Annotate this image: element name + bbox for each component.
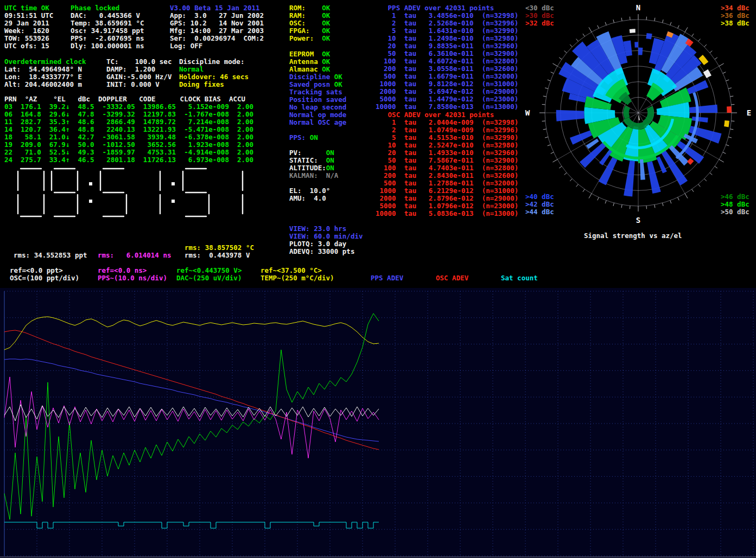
- scale-dac-line: ref~<0.443750 V>: [176, 267, 242, 274]
- text-span: Temp: 38.659691 °C: [71, 19, 144, 27]
- legend-signal-green-line: >50 dBc: [721, 208, 749, 216]
- sat-table-line: 11 282.7 35.3↑ 48.6 2866.49 14789.72 7.2…: [4, 118, 253, 126]
- text-span: 03 176.1 39.2↓ 48.5 -3332.05 13986.65 5.…: [4, 102, 253, 111]
- view-settings: VIEW: 23.0 hrsVIEW: 60.0 min/divPLOTQ: 3…: [289, 225, 363, 255]
- text-span: STATIC:: [289, 156, 326, 164]
- text-span: ROM:: [289, 4, 322, 12]
- text-span: Phase locked: [71, 4, 119, 12]
- osc-adev-table-line: 200 tau 2.8430e-011 (n=32600): [376, 172, 518, 179]
- text-span: Ser: 0.00296974 COM:2: [170, 34, 264, 42]
- phase-status-line: DAC: 0.445366 V: [71, 12, 144, 20]
- text-span: 06 164.8 29.6↓ 47.8 -3299.32 12197.83 -1…: [4, 110, 253, 118]
- text-span: Week: 1620: [4, 27, 49, 35]
- text-span: 24 275.7 33.4↑ 46.5 2801.18 11726.13 6.9…: [4, 156, 253, 164]
- view-settings-line: VIEW: 23.0 hrs: [289, 225, 363, 233]
- text-span: Signal strength vs az/el: [584, 232, 682, 240]
- text-span: 1000 tau 6.2129e-012 (n=31000): [376, 187, 518, 195]
- text-span: 10 tau 1.2498e-010 (n=32980): [376, 34, 518, 42]
- text-span: >30 dBc: [525, 11, 554, 20]
- legend-signal-low-line: <30 dBc: [525, 4, 554, 12]
- text-span: ref~<37.500 °C>: [261, 266, 322, 274]
- pps-adev-table-line: 2 tau 2.5268e-010 (n=32996): [376, 20, 518, 27]
- text-span: 200 tau 2.8430e-011 (n=32600): [376, 171, 518, 179]
- text-span: 09:51:51 UTC: [4, 11, 53, 20]
- text-span: 5000 tau 1.4479e-012 (n=23000): [376, 95, 518, 103]
- rms-temp: rms: 38.857502 °C: [185, 244, 254, 252]
- pps-adev-table: PPS ADEV over 42031 points 1 tau 3.4856e…: [376, 4, 518, 111]
- text-span: VIEW: 60.0 min/div: [289, 232, 363, 240]
- sat-table-line: 03 176.1 39.2↓ 48.5 -3332.05 13986.65 5.…: [4, 103, 253, 111]
- discipline-mode-line: Doing fixes: [179, 81, 249, 88]
- version-info-line: V3.00 Beta 15 Jan 2011: [170, 4, 264, 12]
- osc-adev-table-line: 1000 tau 6.2129e-012 (n=31000): [376, 187, 518, 195]
- pps-adev-table-line: 20 tau 9.8835e-011 (n=32960): [376, 42, 518, 50]
- pps-adev-table-line: 500 tau 1.6679e-011 (n=32000): [376, 73, 518, 80]
- sat-table: PRN °AZ °EL dBc DOPPLER CODE CLOCK BIAS …: [4, 95, 253, 164]
- utc-status-line: TOW: 553926: [4, 35, 53, 42]
- text-span: 100 tau 4.6072e-011 (n=32800): [376, 57, 518, 65]
- utc-status-line: 09:51:51 UTC: [4, 12, 53, 20]
- text-span: >38 dBc: [721, 19, 749, 27]
- text-span: >40 dBc: [525, 193, 554, 201]
- text-span: Saved posn: [289, 80, 334, 88]
- text-span: 1 tau 3.4856e-010 (n=32998): [376, 11, 518, 20]
- receiver-flags-line: KALMAN: N/A: [289, 172, 338, 179]
- text-span: 10 tau 2.5247e-010 (n=32980): [376, 141, 518, 149]
- text-span: Mfg: 14:00 27 Mar 2003: [170, 27, 264, 35]
- view-settings-line: ADEVQ: 33000 pts: [289, 248, 363, 255]
- sys-status: EEPROM OKAntenna OKAlmanac OKDiscipline …: [289, 50, 346, 126]
- text-span: PPS↑ -2.607695 ns: [71, 34, 144, 42]
- position-block: Overdetermined clockLat: 54.4964948° NLo…: [4, 58, 86, 88]
- legend-signal-mid-line: >38 dBc: [721, 20, 749, 27]
- legend-signal-low-line: >30 dBc: [525, 12, 554, 20]
- pps-adev-table-line: 2000 tau 5.6947e-012 (n=29000): [376, 88, 518, 95]
- text-span: Lat: 54.4964948° N: [4, 65, 82, 73]
- text-span: DAC~(250 uV/div): [176, 274, 242, 282]
- text-span: 500 tau 1.2788e-011 (n=32000): [376, 179, 518, 187]
- text-span: RAM:: [289, 11, 322, 20]
- version-info-line: Mfg: 14:00 27 Mar 2003: [170, 27, 264, 35]
- legend-signal-mid-line: >36 dBc: [721, 12, 749, 20]
- polar-title-line: Signal strength vs az/el: [584, 232, 682, 240]
- hw-status: ROM: OKRAM: OKOSC: OKFPGA: OKPower: OK: [289, 4, 330, 42]
- loop-params: TC: 100.0 secDAMP: 1.200GAIN:-5.000 Hz/V…: [106, 58, 171, 88]
- text-span: TEMP~(250 m°C/div): [261, 274, 334, 282]
- version-info-line: Ser: 0.00296974 COM:2: [170, 35, 264, 42]
- text-span: OK: [322, 27, 330, 35]
- phase-status: Phase lockedDAC: 0.445366 VTemp: 38.6596…: [71, 4, 144, 50]
- text-span: 10000 tau 7.8580e-013 (n=13000): [376, 102, 518, 111]
- legend-signal-blue-line: >42 dBc: [525, 201, 554, 208]
- text-span: Osc↑ 34.917458 ppt: [71, 27, 144, 35]
- scale-osc: ref=<0.0 ppt>OSC=(100 ppt/div): [10, 267, 79, 282]
- position-block-line: Alt: 204.46002400 m: [4, 81, 86, 88]
- loop-params-line: INIT: 0.000 V: [106, 81, 171, 88]
- phase-status-line: Dly: 100.000001 ns: [71, 42, 144, 50]
- text-span: OK: [322, 65, 330, 73]
- text-span: OSC=(100 ppt/div): [10, 274, 79, 282]
- text-span: Dly: 100.000001 ns: [71, 42, 144, 50]
- text-span: >36 dBc: [721, 11, 749, 20]
- text-span: Alt: 204.46002400 m: [4, 80, 82, 88]
- osc-adev-table-line: 5 tau 4.5153e-010 (n=32990): [376, 134, 518, 142]
- text-span: 14 120.7 36.4↑ 48.8 2240.13 13221.93 -5.…: [4, 125, 253, 133]
- receiver-flags-line: ALTITUDE:ON: [289, 164, 338, 172]
- osc-adev-table-line: 500 tau 1.2788e-011 (n=32000): [376, 179, 518, 187]
- scale-osc-line: OSC=(100 ppt/div): [10, 274, 79, 282]
- text-span: KALMAN: N/A: [289, 171, 338, 179]
- scale-dac-line: DAC~(250 uV/div): [176, 274, 242, 282]
- utc-status-line: UTC ofs: 15: [4, 42, 53, 50]
- osc-adev-table-line: 1 tau 2.0404e-009 (n=32998): [376, 119, 518, 126]
- text-span: >44 dBc: [525, 208, 554, 216]
- pps-state-line: PPS: ON: [289, 134, 318, 142]
- text-span: ref=<0.0 ns>: [98, 266, 147, 274]
- label-sat-count: Sat count: [501, 274, 538, 282]
- sys-status-line: Antenna OK: [289, 58, 346, 66]
- text-span: PPS ADEV: [371, 274, 403, 282]
- text-span: UTC ofs: 15: [4, 42, 49, 50]
- legend-signal-low-line: >32 dBc: [525, 20, 554, 27]
- text-span: rms: 0.443978 V: [185, 251, 250, 259]
- utc-status-line: UTC time OK: [4, 4, 53, 12]
- pps-adev-table-line: PPS ADEV over 42031 points: [376, 4, 518, 12]
- rms-pps: rms: 6.014014 ns: [98, 252, 171, 259]
- hw-status-line: ROM: OK: [289, 4, 330, 12]
